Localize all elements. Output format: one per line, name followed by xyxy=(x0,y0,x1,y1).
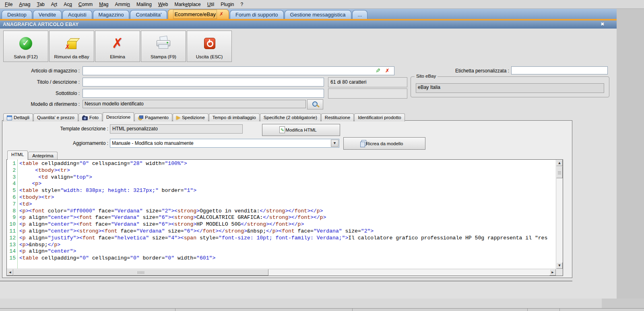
close-tab-icon[interactable]: ✗ xyxy=(219,10,223,19)
tab-foto[interactable]: Foto xyxy=(78,113,102,122)
code-line[interactable]: 12<p align="justify"><font face="helveti… xyxy=(7,235,555,242)
line-number: 14 xyxy=(8,248,16,255)
code-text: <p align="center"><font face="Verdana" s… xyxy=(19,221,304,227)
tab-magazzino[interactable]: Magazzino xyxy=(93,10,130,19)
editor-tab-strip: HTMLAnteprima xyxy=(7,150,58,160)
toolbar-button-rimuovi-da-ebay[interactable]: Rimuovi da eBay xyxy=(49,31,94,62)
vertical-scrollbar[interactable]: ▲ ▼ xyxy=(556,160,563,269)
tab-forum-di-supporto[interactable]: Forum di supporto xyxy=(230,10,284,19)
etichetta-input[interactable] xyxy=(511,66,608,74)
titolo-input[interactable] xyxy=(83,78,324,87)
tab-spedizione[interactable]: Spedizione xyxy=(173,113,208,122)
scroll-right-icon[interactable]: ▶ xyxy=(549,269,556,276)
code-line[interactable]: 5<table style="width: 838px; height: 321… xyxy=(7,187,555,194)
tab-restituzione[interactable]: Restituzione xyxy=(321,113,354,122)
code-lines[interactable]: 1<table cellpadding="0" cellspacing="28"… xyxy=(7,161,555,268)
tab-item[interactable]: ... xyxy=(352,10,368,19)
detail-tab-strip: DettagliQuantita' e prezzoFotoDescrizion… xyxy=(3,113,405,122)
menu-item-util[interactable]: Util xyxy=(204,2,217,7)
toolbar-button-elimina[interactable]: Elimina xyxy=(95,31,140,62)
tab-ecommerce-ebay[interactable]: Ecommerce/eBay✗ xyxy=(168,9,229,19)
code-line[interactable]: 3 <td valign="top"> xyxy=(7,174,555,181)
tab-gestione-messaggistica[interactable]: Gestione messaggistica xyxy=(285,10,351,19)
code-line[interactable]: 14<p align="center"> xyxy=(7,248,555,255)
menu-item-tab[interactable]: Tab xyxy=(33,2,47,7)
code-line[interactable]: 8<p><font color="#ff0000" face="Verdana"… xyxy=(7,208,555,215)
modello-label: Modello di riferimento : xyxy=(0,101,80,107)
menu-item-mag[interactable]: Mag xyxy=(96,2,111,7)
code-line[interactable]: 13<p>&nbsp;</p> xyxy=(7,242,555,249)
menu-item-ammin[interactable]: Ammin xyxy=(112,2,133,7)
tab-html[interactable]: HTML xyxy=(7,150,28,160)
code-line[interactable]: 6<tbody><tr> xyxy=(7,194,555,201)
tab-vendite[interactable]: Vendite xyxy=(33,10,62,19)
tab-descrizione[interactable]: Descrizione xyxy=(103,112,134,122)
code-line[interactable]: 15<table cellpadding="0" cellspacing="0"… xyxy=(7,255,555,262)
menu-item-comm[interactable]: Comm xyxy=(75,2,96,7)
menu-item-acq[interactable]: Acq xyxy=(60,2,75,7)
horizontal-scrollbar[interactable]: ◀ ▶ xyxy=(7,269,556,276)
menu-item-web[interactable]: Web xyxy=(155,2,171,7)
menu-item-file[interactable]: File xyxy=(2,2,16,7)
menu-item-item[interactable]: ? xyxy=(237,2,246,7)
code-line[interactable]: 4 <p> xyxy=(7,181,555,187)
horizontal-scroll-thumb[interactable] xyxy=(13,269,268,276)
toolbar-button-salva-f12[interactable]: Salva (F12) xyxy=(3,31,48,62)
menu-item-anag[interactable]: Anag xyxy=(16,2,33,7)
vertical-scroll-thumb[interactable] xyxy=(556,166,563,178)
code-line[interactable]: 11<p align="center"><strong><font face="… xyxy=(7,228,555,235)
search-icon-handle xyxy=(316,105,320,108)
menu-item-mailing[interactable]: Mailing xyxy=(133,2,155,7)
tab-label: Spedizione xyxy=(182,114,205,122)
code-line[interactable]: 10<p align="center"><font face="Verdana"… xyxy=(7,221,555,228)
code-text: <td> xyxy=(19,201,32,207)
tab-contabilita[interactable]: Contabilita' xyxy=(130,10,167,19)
line-number: 7 xyxy=(8,201,16,208)
line-number: 4 xyxy=(8,181,16,187)
tab-label: ... xyxy=(358,10,362,19)
tab-acquisti[interactable]: Acquisti xyxy=(62,10,92,19)
scroll-down-icon[interactable]: ▼ xyxy=(556,262,563,269)
aggiornamento-select[interactable]: Manuale - Modifica solo manualmente ▼ xyxy=(110,139,339,148)
tab-anteprima[interactable]: Anteprima xyxy=(28,152,57,160)
search-model-button[interactable] xyxy=(307,99,323,109)
articolo-field-wrap: ✎ ✗ xyxy=(83,66,394,75)
tab-specifiche-2-obbligatorie[interactable]: Specifiche (2 obbligatorie) xyxy=(260,113,321,122)
power-symbol xyxy=(204,38,215,49)
scroll-left-icon[interactable]: ◀ xyxy=(7,269,13,276)
tab-dettagli[interactable]: Dettagli xyxy=(3,113,33,122)
modifica-html-button[interactable]: Modifica HTML xyxy=(262,124,340,136)
code-line[interactable]: 9<p align="center"><font face="Verdana" … xyxy=(7,214,555,221)
tab-pagamento[interactable]: Pagamento xyxy=(134,113,172,122)
tab-tempo-di-imballaggio[interactable]: Tempo di imballaggio xyxy=(209,113,260,122)
ricrea-da-modello-button[interactable]: Ricrea da modello xyxy=(343,137,425,150)
code-text: <tbody><tr> xyxy=(19,167,70,173)
remove-ebay-icon xyxy=(64,36,80,52)
articolo-input[interactable] xyxy=(83,66,394,75)
code-line[interactable]: 2 <tbody><tr> xyxy=(7,167,555,174)
edit-pencil-icon[interactable]: ✎ xyxy=(376,67,381,74)
menu-item-plugin[interactable]: Plugin xyxy=(217,2,237,7)
toolbar-button-uscita-esc[interactable]: Uscita (ESC) xyxy=(187,31,232,62)
tab-quantita-e-prezzo[interactable]: Quantita' e prezzo xyxy=(33,113,78,122)
menu-bar: FileAnagTabArtAcqCommMagAmminMailingWebM… xyxy=(0,0,644,9)
line-number: 5 xyxy=(8,187,16,194)
scroll-up-icon[interactable]: ▲ xyxy=(556,160,563,166)
scroll-thumb-grip xyxy=(558,171,561,174)
html-code-editor[interactable]: 1<table cellpadding="0" cellspacing="28"… xyxy=(6,159,563,276)
code-line[interactable]: 7<td> xyxy=(7,201,555,208)
menu-item-art[interactable]: Art xyxy=(48,2,60,7)
tab-identificatori-prodotto[interactable]: Identificatori prodotto xyxy=(354,113,405,122)
toolbar-button-stampa-f9[interactable]: Stampa (F9) xyxy=(141,31,186,62)
code-line[interactable]: 1<table cellpadding="0" cellspacing="28"… xyxy=(7,161,555,167)
menu-item-marketplace[interactable]: Marketplace xyxy=(171,2,204,7)
close-icon[interactable]: ✖ xyxy=(599,21,606,28)
delete-icon xyxy=(109,36,126,52)
tab-desktop[interactable]: Desktop xyxy=(2,10,32,19)
toolbar-button-label: Rimuovi da eBay xyxy=(50,54,94,59)
dropdown-arrow-icon[interactable]: ▼ xyxy=(331,140,339,147)
strip-divider xyxy=(352,309,353,311)
sottotitolo-label: Sottotitolo : xyxy=(0,91,80,96)
sottotitolo-input[interactable] xyxy=(83,89,324,98)
clear-field-icon[interactable]: ✗ xyxy=(385,68,390,74)
